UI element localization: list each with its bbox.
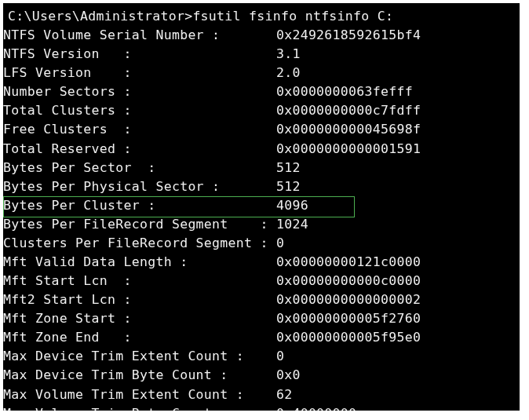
row-value: 0x0000000000000002 (276, 290, 421, 309)
command-text: fsutil fsinfo ntfsinfo C: (192, 9, 393, 24)
row-value: 0x00000000000c0000 (276, 272, 421, 290)
output-row: Clusters Per FileRecord Segment : 0 (3, 234, 520, 253)
row-label: NTFS Version : (3, 45, 276, 64)
row-value: 0x2492618592615bf4 (276, 26, 421, 45)
row-label: Mft Zone End : (3, 328, 276, 347)
row-value: 0x000000000045698f (276, 120, 421, 139)
row-label: Mft2 Start Lcn : (3, 290, 276, 309)
row-label: Total Clusters : (3, 101, 276, 120)
row-label: Max Device Trim Extent Count : (3, 347, 276, 366)
output-row: Free Clusters : 0x000000000045698f (3, 120, 520, 139)
row-value: 1024 (276, 215, 308, 234)
row-value: 512 (276, 159, 301, 177)
output-row: Bytes Per Sector : 512 (3, 159, 520, 177)
output-row: Total Reserved : 0x0000000000001591 (3, 140, 520, 159)
row-value: 0x0 (276, 366, 301, 385)
row-label: Mft Start Lcn : (3, 272, 276, 290)
output-row: Total Clusters : 0x0000000000c7fdff (3, 101, 520, 120)
row-label: Free Clusters : (3, 120, 276, 139)
output-row: Mft Zone End : 0x00000000005f95e0 (3, 328, 520, 347)
output-row: Mft Valid Data Length : 0x00000000121c00… (3, 253, 520, 272)
row-value: 0x0000000000001591 (276, 140, 421, 159)
terminal-window: C:\Users\Administrator>fsutil fsinfo ntf… (0, 0, 523, 414)
row-value: 62 (276, 385, 292, 404)
row-label: Mft Valid Data Length : (3, 253, 276, 272)
output-row: Number Sectors : 0x0000000063fefff (3, 82, 520, 101)
row-label: Bytes Per Cluster : (3, 196, 276, 215)
row-value: 0x00000000121c0000 (276, 253, 421, 272)
output-row: Bytes Per FileRecord Segment : 1024 (3, 215, 520, 234)
output-row: Mft Zone Start : 0x00000000005f2760 (3, 309, 520, 328)
row-label: Mft Zone Start : (3, 309, 276, 328)
row-label: Max Volume Trim Extent Count : (3, 385, 276, 404)
row-label: Bytes Per Sector : (3, 159, 276, 177)
output-row: Mft2 Start Lcn : 0x0000000000000002 (3, 290, 520, 309)
output-row: Mft Start Lcn : 0x00000000000c0000 (3, 272, 520, 290)
output-row: Max Device Trim Byte Count : 0x0 (3, 366, 520, 385)
row-value: 0x0000000000c7fdff (276, 101, 421, 120)
output-row: Max Volume Trim Extent Count : 62 (3, 385, 520, 404)
output-row: LFS Version : 2.0 (3, 64, 520, 82)
row-value: 512 (276, 177, 301, 196)
row-label: Total Reserved : (3, 140, 276, 159)
output-row: Bytes Per Physical Sector : 512 (3, 177, 520, 196)
row-value: 2.0 (276, 64, 301, 82)
row-label: Clusters Per FileRecord Segment : (3, 234, 276, 253)
row-value: 4096 (276, 196, 308, 215)
command-output: NTFS Volume Serial Number : 0x2492618592… (3, 26, 520, 414)
row-value: 0 (276, 347, 284, 366)
row-value: 0x00000000005f2760 (276, 309, 421, 328)
row-value: 0x0000000063fefff (276, 82, 413, 101)
prompt-path: C:\Users\Administrator> (8, 9, 192, 24)
row-value: 0x40000000 (276, 404, 356, 414)
row-label: LFS Version : (3, 64, 276, 82)
row-value: 3.1 (276, 45, 301, 64)
row-label: Max Device Trim Byte Count : (3, 366, 276, 385)
output-row: Max Volume Trim Byte Count : 0x40000000 (3, 404, 520, 414)
row-value: 0 (276, 234, 284, 253)
row-value: 0x00000000005f95e0 (276, 328, 421, 347)
row-label: Bytes Per FileRecord Segment : (3, 215, 276, 234)
command-prompt: C:\Users\Administrator>fsutil fsinfo ntf… (3, 3, 520, 26)
output-row: NTFS Version : 3.1 (3, 45, 520, 64)
row-label: Max Volume Trim Byte Count : (3, 404, 276, 414)
output-row: Bytes Per Cluster : 4096 (3, 196, 520, 215)
output-row: Max Device Trim Extent Count : 0 (3, 347, 520, 366)
row-label: Number Sectors : (3, 82, 276, 101)
row-label: Bytes Per Physical Sector : (3, 177, 276, 196)
row-label: NTFS Volume Serial Number : (3, 26, 276, 45)
output-row: NTFS Volume Serial Number : 0x2492618592… (3, 26, 520, 45)
